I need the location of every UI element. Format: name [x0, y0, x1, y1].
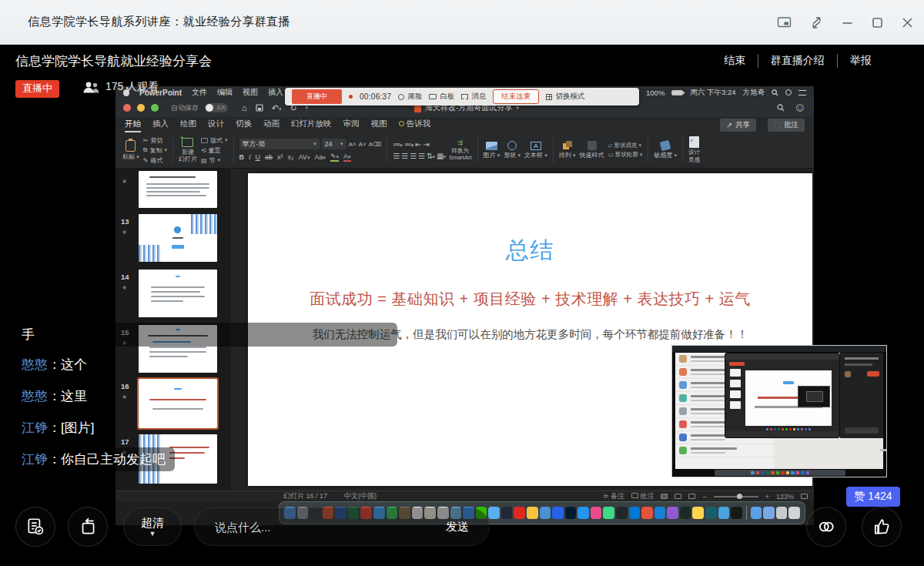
menu-view: 视图 [243, 87, 258, 98]
minimize-icon[interactable] [842, 17, 853, 28]
connect-rings-button[interactable] [806, 507, 846, 547]
dock-icon-qq [501, 507, 513, 519]
maximize-icon[interactable] [872, 17, 883, 28]
new-slide-button: 新建幻灯片 [179, 138, 197, 162]
pip-mac-dock [715, 470, 845, 476]
insert-textbox-button: A 文本框 ▾ [524, 142, 547, 159]
chat-message[interactable]: 憨憨：这里 [12, 384, 96, 408]
cut-button: ✂ 剪切 [143, 136, 167, 145]
siri-icon [785, 89, 792, 95]
ppt-search-icon [777, 104, 785, 112]
dock-icon-mountains [718, 507, 730, 519]
pip-dock-dot [797, 428, 800, 431]
new-slide-icon [182, 138, 193, 147]
chat-message[interactable]: 江铮：[图片] [12, 416, 103, 440]
like-button[interactable] [862, 507, 902, 547]
pip-dock-dot [789, 428, 792, 431]
battery-percent: 100% [646, 89, 665, 97]
toolbar-more-icon: ▾ [306, 105, 309, 111]
fullscreen-expand-icon[interactable] [810, 16, 823, 29]
columns-button: ▦▾ [437, 152, 445, 160]
stream-intro-action[interactable]: 群直播介绍 [758, 54, 837, 68]
clear-format-button: A⌫ [369, 141, 382, 148]
chat-message[interactable]: 江铮：你自己主动发起吧 [12, 447, 175, 471]
pip-viewer-panel [840, 353, 883, 438]
report-action[interactable]: 举报 [837, 54, 884, 68]
pip-dock-dot [751, 471, 755, 475]
feedback-smiley-icon: ☺ [794, 101, 806, 115]
design-ideas-button: 设计灵感 [688, 136, 700, 164]
recbar-whiteboard-button: 白板 [429, 92, 454, 102]
tab-home: 开始 [125, 119, 141, 132]
pip-screen-preview[interactable] [671, 345, 887, 477]
menu-insert: 插入 [268, 87, 283, 98]
thumb-number: 17 [121, 437, 129, 446]
recbar-messages-button: 消息 [461, 92, 486, 102]
send-button[interactable]: 发送 [446, 520, 469, 534]
align-left-button: ☰ [393, 152, 399, 160]
tab-animations: 动画 [263, 119, 280, 132]
slide-formula-text: 面试成功 = 基础知识 + 项目经验 + 技术理解 + 表达技巧 + 运气 [248, 289, 812, 310]
copy-button: ⧉ 复制 ▾ [143, 146, 167, 155]
sensitivity-button: 敏感度 ▾ [654, 141, 677, 159]
mac-minimize-light [137, 104, 145, 112]
slide-thumbnail-16-selected [139, 379, 217, 428]
close-icon[interactable] [902, 17, 913, 28]
dock-icon-shield [705, 507, 717, 519]
dock-icon-terminal [616, 507, 628, 519]
message-bubble-icon [461, 94, 468, 99]
chat-message[interactable]: 手 [12, 323, 397, 347]
video-quality-selector[interactable]: 超清 ▼ [123, 507, 182, 546]
shape-outline-button: ▭ 形状轮廓 ▾ [608, 151, 643, 159]
dock-icon-terminal-dark [731, 507, 742, 519]
clipboard-icon [126, 140, 136, 152]
bullets-button: ≔▾ [393, 140, 402, 149]
ppt-status-bar: 幻灯片 16 / 17 中文(中国) ≐ 备注 批注 − + 123% [116, 491, 814, 501]
dock-icon-vscode [629, 507, 641, 519]
dock-icon-sketch [692, 507, 704, 519]
dock-icon-pink-cube [591, 507, 602, 519]
tab-review: 审阅 [343, 119, 360, 132]
chat-username: 江铮 [22, 450, 48, 468]
comments-button: 批注 [768, 119, 805, 132]
dock-icon-pointer [751, 507, 762, 519]
pip-dock-dot [770, 428, 773, 431]
ribbon-toolbar: 粘贴 ▾ ✂ 剪切 ⧉ 复制 ▾ ✎ 格式 新建幻灯片 版式 ▾ ⟲ 重置 ▤ … [116, 132, 814, 169]
window-titlebar: 信息学院学长导航系列讲座：就业经验分享群直播 [0, 0, 924, 45]
thumb-number: 14 [121, 273, 129, 281]
pip-dock-dot [793, 428, 796, 431]
pip-dock-dot [785, 428, 788, 431]
live-status-badge: 直播中 [15, 80, 59, 98]
pip-dock-dot [776, 471, 780, 475]
insert-picture-button: 图片 ▾ [484, 142, 500, 159]
dock-icon-qq-circle [488, 507, 500, 519]
arrange-icon [563, 141, 572, 150]
quiz-survey-button[interactable] [15, 507, 55, 547]
autosave-label: 自动保存 [171, 103, 199, 113]
pip-dock-dot [808, 428, 812, 431]
indent-decrease-button: ⇤ [415, 140, 420, 149]
viewers-icon [82, 81, 100, 94]
pip-dock-dot [786, 471, 790, 475]
end-stream-action[interactable]: 结束 [711, 54, 758, 68]
normal-view-button [661, 494, 668, 499]
thumb-number: 16 [121, 382, 129, 390]
autosave-toggle: 关闭 [205, 103, 228, 112]
popout-window-icon[interactable] [777, 16, 792, 28]
strikethrough-button: ab [265, 153, 273, 161]
star-icon: ★ [122, 178, 127, 185]
star-icon: ★ [122, 394, 127, 400]
mac-close-light [123, 104, 131, 112]
window-title: 信息学院学长导航系列讲座：就业经验分享群直播 [28, 15, 290, 29]
pip-dock-dot [796, 471, 800, 475]
superscript-button: x² [277, 153, 283, 161]
shrink-font-button: A˅ [359, 141, 367, 148]
justify-button: ☰ [418, 152, 424, 160]
char-spacing-button: AV▾ [299, 153, 310, 161]
chat-input[interactable] [215, 521, 446, 534]
section-button: ▤ 节 ▾ [201, 156, 228, 165]
like-count-badge: 赞 1424 [846, 487, 900, 507]
chat-message[interactable]: 憨憨：这个 [12, 353, 96, 377]
chat-composer: 发送 [194, 507, 490, 546]
rotate-screen-button[interactable] [68, 507, 108, 547]
